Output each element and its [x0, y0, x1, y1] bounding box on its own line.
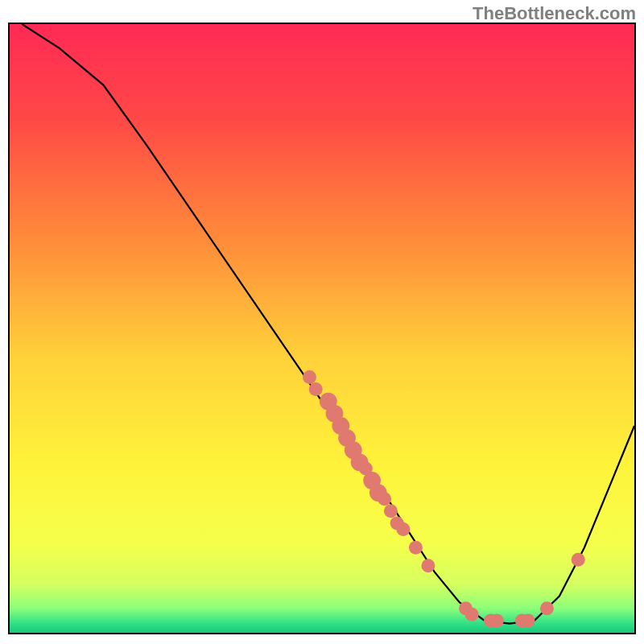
data-marker [421, 559, 435, 572]
data-marker [303, 370, 316, 384]
data-marker [465, 608, 479, 621]
data-marker [409, 541, 423, 555]
data-marker [490, 613, 504, 627]
data-marker [572, 553, 585, 567]
data-marker [396, 522, 410, 536]
curve-layer [10, 24, 634, 633]
data-marker [522, 613, 535, 627]
bottleneck-curve [23, 24, 635, 624]
watermark-text: TheBottleneck.com [473, 3, 636, 24]
data-marker [378, 492, 391, 506]
data-marker [384, 504, 398, 518]
data-marker [309, 382, 323, 396]
plot-area [8, 23, 636, 634]
data-marker [540, 601, 554, 615]
